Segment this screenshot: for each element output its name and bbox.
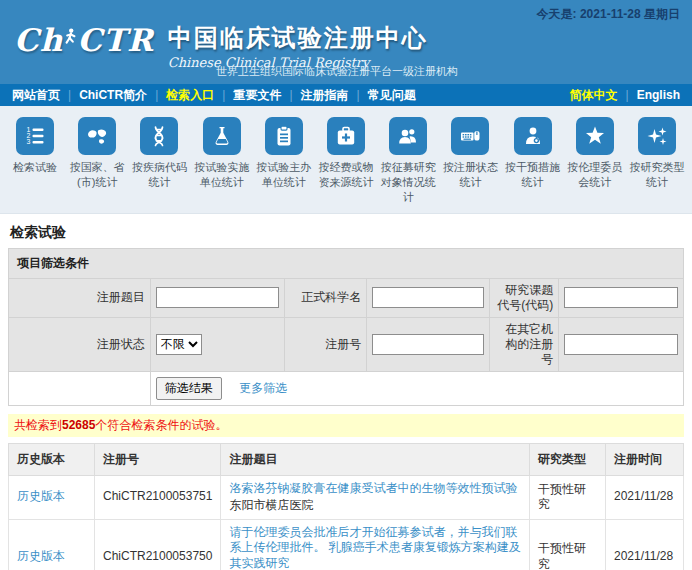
reg-status-select[interactable]: 不限 (156, 334, 202, 355)
lang-english[interactable]: English (637, 88, 680, 102)
stat-label: 按干预措施统计 (504, 160, 562, 190)
stat-by-study-type[interactable]: 按研究类型统计 (626, 117, 688, 205)
empty-cell (9, 371, 151, 405)
stat-by-intervention[interactable]: 按干预措施统计 (502, 117, 564, 205)
reg-title-input[interactable] (156, 287, 280, 308)
stat-label: 检索试验 (6, 160, 64, 175)
stat-by-region[interactable]: 按国家、省(市)统计 (66, 117, 128, 205)
trial-title-link[interactable]: 请于伦理委员会批准后才开始征募参试者，并与我们联系上传伦理批件。 乳腺癌手术患者… (229, 525, 520, 570)
flask-icon (203, 117, 241, 155)
stat-by-ethics-committee[interactable]: 按伦理委员会统计 (564, 117, 626, 205)
other-reg-number-label: 在其它机构的注册号 (490, 317, 559, 371)
stat-label: 按征募研究对象情况统计 (379, 160, 437, 205)
site-title-cn: 中国临床试验注册中心 (168, 22, 428, 54)
dna-icon (140, 117, 178, 155)
header-reg-no: 注册号 (95, 443, 221, 475)
scientific-name-input[interactable] (372, 287, 484, 308)
filter-submit-button[interactable]: 筛选结果 (156, 377, 222, 400)
stat-by-recruitment[interactable]: 按征募研究对象情况统计 (377, 117, 439, 205)
reg-title-label: 注册题目 (9, 278, 151, 317)
table-header-row: 历史版本 注册号 注册题目 研究类型 注册时间 (9, 443, 684, 475)
scientific-name-label: 正式科学名 (285, 278, 367, 317)
stat-by-sponsor-unit[interactable]: 按试验主办单位统计 (253, 117, 315, 205)
reg-number-input[interactable] (372, 334, 484, 355)
stat-by-registration-status[interactable]: 按注册状态统计 (439, 117, 501, 205)
nav-separator: | (155, 88, 158, 102)
stat-label: 按注册状态统计 (441, 160, 499, 190)
medical-kit-icon (327, 117, 365, 155)
reg-date-cell: 2021/11/28 (606, 475, 684, 519)
nav-separator: | (289, 88, 292, 102)
header-title: 注册题目 (221, 443, 530, 475)
logo-text-left: Ch (14, 22, 63, 58)
result-count-notice: 共检索到52685个符合检索条件的试验。 (8, 414, 684, 437)
clipboard-icon (265, 117, 303, 155)
world-map-icon (78, 117, 116, 155)
header-study-type: 研究类型 (530, 443, 606, 475)
svg-text:3: 3 (27, 138, 31, 145)
filter-form: 项目筛选条件 注册题目 正式科学名 研究课题代号(代码) 注册状态 不限 注册号… (8, 248, 684, 406)
header-history: 历史版本 (9, 443, 95, 475)
reg-status-label: 注册状态 (9, 317, 151, 371)
reg-number-label: 注册号 (285, 317, 367, 371)
star-icon (576, 117, 614, 155)
nav-separator: | (68, 88, 71, 102)
sparkles-icon (638, 117, 676, 155)
stats-strip: 123 检索试验 按国家、省(市)统计 按疾病代码统计 按试验实施单位 (0, 106, 692, 214)
reg-no-cell: ChiCTR2100053750 (95, 519, 221, 570)
nav-item-documents[interactable]: 重要文件 (233, 87, 281, 104)
stat-label: 按国家、省(市)统计 (68, 160, 126, 190)
lang-simplified-chinese[interactable]: 简体中文 (570, 87, 618, 104)
runner-icon (63, 19, 78, 55)
nav-item-home[interactable]: 网站首页 (12, 87, 60, 104)
study-code-input[interactable] (564, 287, 678, 308)
reg-no-cell: ChiCTR2100053751 (95, 475, 221, 519)
chictr-logo[interactable]: Ch CTR (14, 22, 154, 58)
stat-label: 按试验主办单位统计 (255, 160, 313, 190)
main-nav: 网站首页| ChiCTR简介| 检索入口| 重要文件| 注册指南| 常见问题 简… (0, 84, 692, 106)
stat-label: 按研究类型统计 (628, 160, 686, 190)
filter-legend: 项目筛选条件 (9, 248, 684, 278)
logo-text-right: CTR (77, 22, 154, 58)
nav-separator: | (626, 88, 629, 102)
reg-date-cell: 2021/11/28 (606, 519, 684, 570)
history-link[interactable]: 历史版本 (17, 489, 65, 503)
trial-title-link[interactable]: 洛索洛芬钠凝胶膏在健康受试者中的生物等效性预试验 (229, 481, 517, 495)
study-code-label: 研究课题代号(代码) (490, 278, 559, 317)
history-link[interactable]: 历史版本 (17, 549, 65, 563)
nav-separator: | (222, 88, 225, 102)
stat-by-funding-source[interactable]: 按经费或物资来源统计 (315, 117, 377, 205)
stat-label: 按疾病代码统计 (130, 160, 188, 190)
nav-item-guide[interactable]: 注册指南 (301, 87, 349, 104)
today-date: 今天是: 2021-11-28 星期日 (537, 6, 680, 23)
stat-label: 按经费或物资来源统计 (317, 160, 375, 190)
users-icon (389, 117, 427, 155)
numbered-list-icon: 123 (16, 117, 54, 155)
table-row: 历史版本 ChiCTR2100053750 请于伦理委员会批准后才开始征募参试者… (9, 519, 684, 570)
result-count: 52685 (62, 418, 95, 432)
stat-by-disease-code[interactable]: 按疾病代码统计 (128, 117, 190, 205)
notice-suffix: 个符合检索条件的试验。 (95, 418, 227, 432)
nav-item-about[interactable]: ChiCTR简介 (79, 87, 147, 104)
keyboard-mouse-icon (451, 117, 489, 155)
other-reg-number-input[interactable] (564, 334, 678, 355)
stat-search-trials[interactable]: 123 检索试验 (4, 117, 66, 205)
notice-prefix: 共检索到 (14, 418, 62, 432)
stat-label: 按伦理委员会统计 (566, 160, 624, 190)
table-row: 历史版本 ChiCTR2100053751 洛索洛芬钠凝胶膏在健康受试者中的生物… (9, 475, 684, 519)
site-tagline: 世界卫生组织国际临床试验注册平台一级注册机构 (216, 64, 458, 79)
header-reg-date: 注册时间 (606, 443, 684, 475)
nav-item-faq[interactable]: 常见问题 (368, 87, 416, 104)
results-table: 历史版本 注册号 注册题目 研究类型 注册时间 历史版本 ChiCTR21000… (8, 443, 684, 570)
stat-by-implementing-unit[interactable]: 按试验实施单位统计 (191, 117, 253, 205)
trial-sponsor: 东阳市横店医院 (229, 498, 521, 514)
more-filters-link[interactable]: 更多筛选 (239, 381, 287, 395)
study-type-cell: 干预性研究 (530, 519, 606, 570)
nav-separator: | (357, 88, 360, 102)
section-title: 检索试验 (10, 224, 692, 242)
doctor-icon (514, 117, 552, 155)
site-header: 今天是: 2021-11-28 星期日 Ch CTR 中国临床试验注册中心 Ch… (0, 0, 692, 84)
stat-label: 按试验实施单位统计 (193, 160, 251, 190)
nav-item-search[interactable]: 检索入口 (166, 87, 214, 104)
study-type-cell: 干预性研究 (530, 475, 606, 519)
